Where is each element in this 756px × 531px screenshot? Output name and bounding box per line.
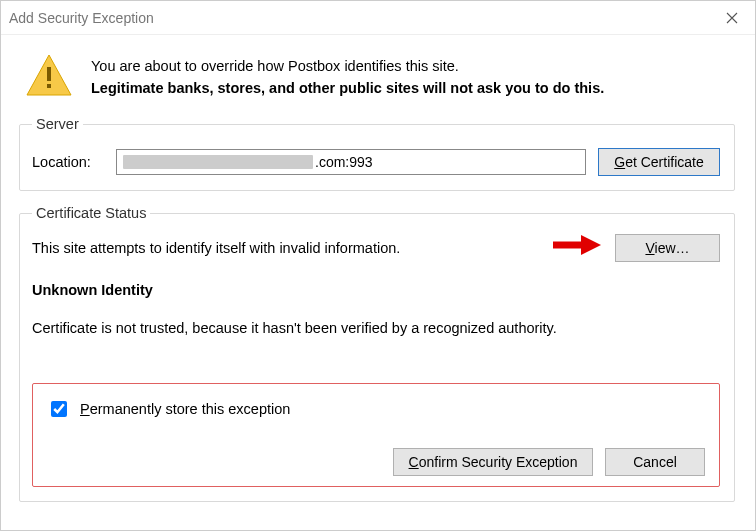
get-certificate-button[interactable]: Get Certificate xyxy=(598,148,720,176)
server-legend: Server xyxy=(32,116,83,132)
svg-rect-1 xyxy=(47,67,51,81)
warning-icon xyxy=(25,51,73,102)
perm-rest: ermanently store this exception xyxy=(90,401,291,417)
dialog-window: Add Security Exception You are about to … xyxy=(0,0,756,531)
close-button[interactable] xyxy=(709,1,755,35)
intro-line2: Legitimate banks, stores, and other publ… xyxy=(91,77,604,99)
view-rest: iew… xyxy=(655,240,690,256)
svg-rect-2 xyxy=(47,84,51,88)
server-panel: Server Location: .com:993 Get Certificat… xyxy=(19,116,735,191)
get-cert-rest: et Certificate xyxy=(625,154,704,170)
certificate-status-panel: Certificate Status This site attempts to… xyxy=(19,205,735,502)
cert-status-text: This site attempts to identify itself wi… xyxy=(32,238,541,260)
cancel-button[interactable]: Cancel xyxy=(605,448,705,476)
cert-legend: Certificate Status xyxy=(32,205,150,221)
titlebar: Add Security Exception xyxy=(1,1,755,35)
location-suffix: .com:993 xyxy=(315,154,373,170)
window-title: Add Security Exception xyxy=(9,10,154,26)
trust-text: Certificate is not trusted, because it h… xyxy=(32,318,720,340)
confirm-rest: onfirm Security Exception xyxy=(419,454,578,470)
svg-marker-4 xyxy=(581,235,601,255)
view-certificate-button[interactable]: View… xyxy=(615,234,720,262)
confirm-security-exception-button[interactable]: Confirm Security Exception xyxy=(393,448,593,476)
permanently-store-checkbox[interactable] xyxy=(51,401,67,417)
permanently-store-label[interactable]: Permanently store this exception xyxy=(80,401,290,417)
location-redacted xyxy=(123,155,313,169)
location-label: Location: xyxy=(32,154,104,170)
intro-block: You are about to override how Postbox id… xyxy=(25,51,735,102)
red-arrow-annotation xyxy=(551,233,601,264)
intro-line1: You are about to override how Postbox id… xyxy=(91,55,604,77)
footer-block: Permanently store this exception Confirm… xyxy=(32,383,720,487)
unknown-identity-heading: Unknown Identity xyxy=(32,280,720,302)
close-icon xyxy=(726,12,738,24)
location-input[interactable]: .com:993 xyxy=(116,149,586,175)
